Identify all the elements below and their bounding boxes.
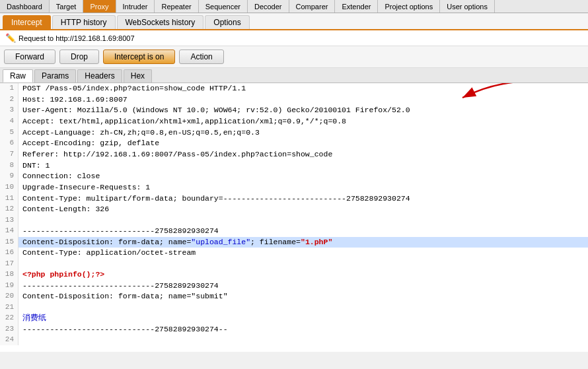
- line-number: 23: [0, 324, 18, 335]
- table-row: 21: [0, 302, 588, 313]
- table-row: 14-----------------------------275828929…: [0, 226, 588, 237]
- line-content[interactable]: Referer: http://192.168.1.69:8007/Pass-0…: [18, 149, 588, 160]
- button-bar: Forward Drop Intercept is on Action: [0, 46, 588, 68]
- line-number: 18: [0, 269, 18, 281]
- line-number: 10: [0, 182, 18, 193]
- table-row: 16Content-Type: application/octet-stream: [0, 248, 588, 259]
- table-row: 17: [0, 259, 588, 269]
- line-content[interactable]: -----------------------------27582892930…: [18, 324, 588, 335]
- table-row: 10Upgrade-Insecure-Requests: 1: [0, 182, 588, 193]
- line-number: 15: [0, 237, 18, 248]
- nav-extender[interactable]: Extender: [335, 0, 378, 13]
- line-content[interactable]: Accept-Language: zh-CN,zh;q=0.8,en-US;q=…: [18, 127, 588, 139]
- line-number: 9: [0, 171, 18, 182]
- sub-tabs: Intercept HTTP history WebSockets histor…: [0, 13, 588, 30]
- line-number: 4: [0, 116, 18, 127]
- line-number: 3: [0, 105, 18, 116]
- line-number: 12: [0, 204, 18, 215]
- forward-button[interactable]: Forward: [4, 50, 55, 64]
- line-number: 5: [0, 127, 18, 139]
- table-row: 7Referer: http://192.168.1.69:8007/Pass-…: [0, 149, 588, 160]
- table-row: 8DNT: 1: [0, 160, 588, 172]
- line-content[interactable]: [18, 259, 588, 269]
- nav-comparer[interactable]: Comparer: [289, 0, 336, 13]
- tab-options[interactable]: Options: [205, 15, 249, 29]
- table-row: 13: [0, 215, 588, 226]
- tab-http-history[interactable]: HTTP history: [52, 15, 116, 29]
- line-content[interactable]: Content-Disposition: form-data; name="up…: [18, 237, 588, 248]
- line-number: 22: [0, 313, 18, 324]
- code-editor[interactable]: 1POST /Pass-05/index.php?action=show_cod…: [0, 83, 588, 352]
- line-content[interactable]: Connection: close: [18, 171, 588, 182]
- nav-dashboard[interactable]: Dashboard: [0, 0, 50, 13]
- line-number: 20: [0, 291, 18, 302]
- line-content[interactable]: [18, 215, 588, 226]
- line-number: 2: [0, 94, 18, 106]
- tab-raw[interactable]: Raw: [3, 69, 33, 83]
- table-row: 4Accept: text/html,application/xhtml+xml…: [0, 116, 588, 127]
- line-number: 24: [0, 335, 18, 345]
- line-number: 1: [0, 83, 18, 94]
- table-row: 9Connection: close: [0, 171, 588, 182]
- line-number: 16: [0, 248, 18, 259]
- nav-repeater[interactable]: Repeater: [155, 0, 198, 13]
- tab-websockets-history[interactable]: WebSockets history: [117, 15, 204, 29]
- line-content[interactable]: [18, 302, 588, 313]
- table-row: 18<?php phpinfo();?>: [0, 269, 588, 281]
- table-row: 22消费纸: [0, 313, 588, 324]
- line-content[interactable]: Accept-Encoding: gzip, deflate: [18, 138, 588, 149]
- line-number: 14: [0, 226, 18, 237]
- tab-hex[interactable]: Hex: [124, 69, 152, 83]
- nav-sequencer[interactable]: Sequencer: [199, 0, 248, 13]
- line-content[interactable]: [18, 335, 588, 345]
- table-row: 19-----------------------------275828929…: [0, 281, 588, 292]
- table-row: 6Accept-Encoding: gzip, deflate: [0, 138, 588, 149]
- intercept-toggle-button[interactable]: Intercept is on: [103, 50, 175, 64]
- tab-headers[interactable]: Headers: [77, 69, 122, 83]
- nav-project-options[interactable]: Project options: [378, 0, 440, 13]
- table-row: 3User-Agent: Mozilla/5.0 (Windows NT 10.…: [0, 105, 588, 116]
- line-number: 8: [0, 160, 18, 172]
- line-number: 6: [0, 138, 18, 149]
- top-navigation: Dashboard Target Proxy Intruder Repeater…: [0, 0, 588, 13]
- line-content[interactable]: Upgrade-Insecure-Requests: 1: [18, 182, 588, 193]
- line-content[interactable]: Accept: text/html,application/xhtml+xml,…: [18, 116, 588, 127]
- line-content[interactable]: DNT: 1: [18, 160, 588, 172]
- request-url: Request to http://192.168.1.69:8007: [18, 34, 135, 42]
- main-content: Intercept HTTP history WebSockets histor…: [0, 13, 588, 352]
- table-row: 24: [0, 335, 588, 345]
- nav-proxy[interactable]: Proxy: [83, 0, 116, 13]
- table-row: 1POST /Pass-05/index.php?action=show_cod…: [0, 83, 588, 94]
- line-content[interactable]: -----------------------------27582892930…: [18, 281, 588, 292]
- edit-icon: ✏️: [5, 33, 16, 43]
- line-content[interactable]: <?php phpinfo();?>: [18, 269, 588, 281]
- action-button[interactable]: Action: [179, 50, 223, 64]
- table-row: 23-----------------------------275828929…: [0, 324, 588, 335]
- table-row: 5Accept-Language: zh-CN,zh;q=0.8,en-US;q…: [0, 127, 588, 139]
- line-content[interactable]: User-Agent: Mozilla/5.0 (Windows NT 10.0…: [18, 105, 588, 116]
- table-row: 11Content-Type: multipart/form-data; bou…: [0, 193, 588, 205]
- nav-intruder[interactable]: Intruder: [116, 0, 155, 13]
- line-content[interactable]: -----------------------------27582892930…: [18, 226, 588, 237]
- drop-button[interactable]: Drop: [59, 50, 99, 64]
- line-content[interactable]: Host: 192.168.1.69:8007: [18, 94, 588, 106]
- line-content[interactable]: 消费纸: [18, 313, 588, 324]
- table-row: 15Content-Disposition: form-data; name="…: [0, 237, 588, 248]
- nav-decoder[interactable]: Decoder: [248, 0, 289, 13]
- line-content[interactable]: Content-Length: 326: [18, 204, 588, 215]
- nav-user-options[interactable]: User options: [440, 0, 495, 13]
- nav-target[interactable]: Target: [50, 0, 84, 13]
- line-content[interactable]: Content-Disposition: form-data; name="su…: [18, 291, 588, 302]
- line-number: 11: [0, 193, 18, 205]
- tab-params[interactable]: Params: [34, 69, 76, 83]
- tab-intercept[interactable]: Intercept: [3, 15, 51, 29]
- line-number: 13: [0, 215, 18, 226]
- table-row: 2Host: 192.168.1.69:8007: [0, 94, 588, 106]
- line-number: 17: [0, 259, 18, 269]
- table-row: 20Content-Disposition: form-data; name="…: [0, 291, 588, 302]
- editor-tabs: Raw Params Headers Hex: [0, 68, 588, 83]
- line-content[interactable]: Content-Type: multipart/form-data; bound…: [18, 193, 588, 205]
- line-number: 19: [0, 281, 18, 292]
- line-content[interactable]: Content-Type: application/octet-stream: [18, 248, 588, 259]
- line-content[interactable]: POST /Pass-05/index.php?action=show_code…: [18, 83, 588, 94]
